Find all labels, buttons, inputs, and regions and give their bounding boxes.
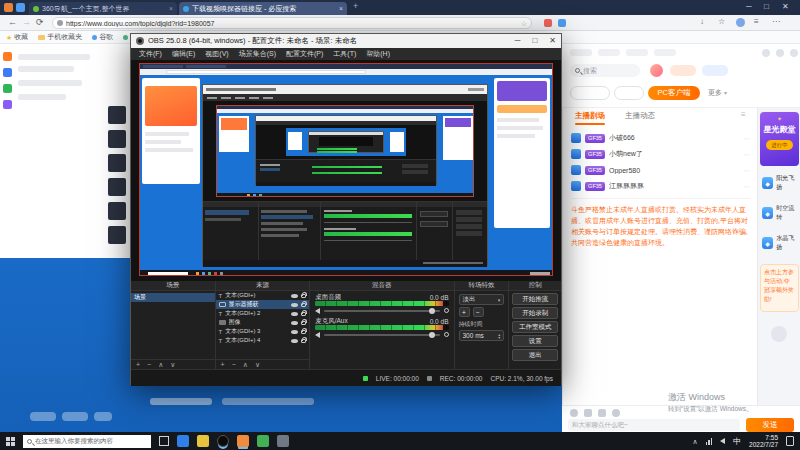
volume-fader[interactable] — [324, 334, 439, 336]
extension-icon[interactable] — [544, 19, 552, 27]
settings-button[interactable]: 设置 — [512, 335, 558, 347]
vip-more-icon[interactable]: ⋯ — [743, 167, 750, 174]
studio-mode-button[interactable]: 工作室模式 — [512, 321, 558, 333]
tray-volume-icon[interactable] — [720, 438, 725, 444]
header-chip[interactable] — [670, 65, 696, 76]
bookmark-star-icon[interactable]: ☆ — [521, 20, 527, 27]
tab-close-icon[interactable]: × — [339, 5, 343, 12]
speaker-icon[interactable] — [315, 332, 320, 338]
speaker-icon[interactable] — [315, 308, 320, 314]
menu-profile[interactable]: 配置文件(P) — [286, 49, 323, 59]
menu-help[interactable]: 帮助(H) — [366, 49, 390, 59]
forward-icon[interactable]: → — [22, 18, 31, 27]
header-chip[interactable] — [702, 65, 728, 76]
menu-view[interactable]: 视图(V) — [205, 49, 228, 59]
sidebar-menu-icon[interactable]: ≡ — [741, 111, 746, 119]
back-icon[interactable]: ← — [8, 18, 17, 27]
remove-scene-icon[interactable]: − — [147, 361, 151, 368]
source-row-selected[interactable]: 显示器捕获 — [216, 300, 310, 309]
remove-source-icon[interactable]: − — [232, 361, 236, 368]
more-tools-icon[interactable]: ⋯ — [772, 18, 780, 26]
header-more-link[interactable]: 更多 ▾ — [708, 88, 727, 98]
window-close-button[interactable]: ✕ — [782, 3, 789, 11]
capture-level1[interactable] — [139, 63, 553, 276]
window-minimize-button[interactable]: ─ — [746, 3, 752, 11]
pinned-tab-icon-1[interactable] — [4, 3, 13, 12]
taskbar-app-obs-icon[interactable] — [217, 435, 229, 447]
header-pill-outline[interactable] — [614, 86, 644, 100]
fader-handle[interactable] — [429, 332, 435, 338]
starlight-banner[interactable]: ✦ 星光殿堂 进行中 — [760, 112, 799, 166]
header-mini-icon[interactable] — [776, 49, 784, 57]
rail-item[interactable]: ◆ 阳光飞扬 — [762, 174, 799, 192]
source-down-icon[interactable]: ∨ — [255, 361, 260, 369]
network-icon[interactable] — [706, 438, 713, 445]
emoji-icon[interactable] — [570, 409, 578, 417]
sources-panel-title[interactable]: 来源 — [216, 281, 310, 291]
browser-tab-active[interactable]: 下载视频嗅探器链接应 - 必应搜索 × — [179, 2, 347, 15]
chat-settings-icon[interactable] — [612, 409, 620, 417]
header-pill-outline[interactable] — [570, 86, 610, 100]
pinned-tab-icon-2[interactable] — [16, 3, 25, 12]
tab-close-icon[interactable]: × — [169, 5, 173, 12]
lock-icon[interactable] — [301, 294, 306, 298]
extension-icon[interactable] — [558, 19, 566, 27]
vip-row[interactable]: GF35 小破666 ⋯ — [563, 130, 758, 146]
lock-icon[interactable] — [301, 312, 306, 316]
add-source-icon[interactable]: + — [221, 361, 225, 368]
duration-spinbox[interactable]: 300 ms ▴ ▾ — [459, 330, 505, 341]
transition-select[interactable]: 淡出 ▾ — [459, 294, 505, 305]
browser-menu-icon[interactable]: ≡ — [754, 18, 759, 26]
send-button[interactable]: 发送 — [746, 418, 794, 432]
visibility-eye-icon[interactable] — [291, 330, 298, 334]
video-thumbnail[interactable] — [108, 202, 126, 220]
bookmark-item[interactable]: 手机收藏夹 — [38, 32, 82, 42]
channel-settings-icon[interactable] — [444, 332, 449, 337]
site-info-icon[interactable] — [57, 20, 63, 26]
page-side-icon-orange[interactable] — [3, 52, 12, 61]
lock-icon[interactable] — [301, 339, 306, 343]
sidebar-tab-inactive[interactable]: 主播动态 — [625, 111, 655, 121]
rail-item[interactable]: ◆ 水晶飞扬 — [762, 234, 799, 252]
lock-icon[interactable] — [301, 321, 306, 325]
video-thumbnail[interactable] — [108, 178, 126, 196]
video-thumbnail[interactable] — [108, 106, 126, 124]
scenes-panel-title[interactable]: 场景 — [131, 281, 215, 291]
taskbar-app-browser-icon[interactable] — [177, 435, 189, 447]
spin-down-icon[interactable]: ▾ — [498, 336, 500, 339]
obs-minimize-button[interactable]: ─ — [515, 37, 521, 45]
menu-tools[interactable]: 工具(T) — [333, 49, 356, 59]
obs-maximize-button[interactable]: □ — [532, 37, 537, 45]
download-icon[interactable]: ↓ — [700, 18, 704, 26]
add-scene-icon[interactable]: + — [136, 361, 140, 368]
address-bar[interactable]: https://www.douyu.com/topic/djqld?rid=19… — [52, 17, 532, 29]
header-search-box[interactable]: 搜索 — [570, 64, 640, 77]
taskbar-app-folder-icon[interactable] — [197, 435, 209, 447]
page-side-icon-purple[interactable] — [3, 100, 12, 109]
remove-transition-button[interactable]: − — [473, 307, 484, 317]
ime-indicator[interactable]: 中 — [733, 436, 741, 447]
vip-row[interactable]: GF35 Opper580 ⋯ — [563, 162, 758, 178]
add-transition-button[interactable]: + — [459, 307, 470, 317]
visibility-eye-icon[interactable] — [291, 321, 298, 325]
taskbar-app-green-icon[interactable] — [257, 435, 269, 447]
volume-fader[interactable] — [324, 310, 439, 312]
menu-edit[interactable]: 编辑(E) — [172, 49, 195, 59]
taskbar-app-gray-icon[interactable] — [277, 435, 289, 447]
controls-panel-title[interactable]: 控制 — [509, 281, 561, 291]
favorites-icon[interactable]: ☆ — [718, 18, 725, 26]
start-button[interactable] — [6, 437, 15, 446]
video-thumbnail[interactable] — [108, 226, 126, 244]
obs-preview[interactable] — [131, 60, 561, 281]
rail-more-icon[interactable] — [771, 326, 787, 342]
video-thumbnail[interactable] — [108, 130, 126, 148]
notification-center-icon[interactable] — [786, 436, 794, 446]
page-side-icon-green[interactable] — [3, 84, 12, 93]
vip-more-icon[interactable]: ⋯ — [743, 183, 750, 190]
window-maximize-button[interactable]: □ — [764, 3, 769, 11]
header-mini-icon[interactable] — [790, 49, 798, 57]
source-row[interactable]: T 文本(GDI+) — [216, 291, 310, 300]
vip-more-icon[interactable]: ⋯ — [743, 135, 750, 142]
vip-more-icon[interactable]: ⋯ — [743, 151, 750, 158]
chat-input[interactable]: 和大家聊点什么吧~ — [568, 419, 740, 431]
